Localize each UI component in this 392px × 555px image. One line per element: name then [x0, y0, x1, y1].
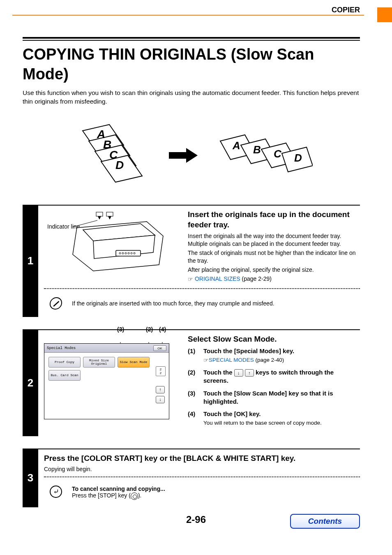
svg-text:D: D — [115, 159, 124, 171]
step-1-note-text: If the originals are inserted with too m… — [72, 300, 274, 307]
corner-tab — [377, 7, 392, 22]
feeder-illustration: Indicator line — [44, 210, 180, 284]
step-1-heading: Insert the originals face up in the docu… — [188, 210, 360, 230]
up-key-icon: ↑ — [245, 369, 254, 377]
svg-rect-20 — [96, 212, 103, 216]
step-3: 3 Press the [COLOR START] key or the [BL… — [23, 449, 360, 507]
svg-text:C: C — [274, 148, 282, 160]
pointer-icon: ☞ — [203, 356, 209, 364]
svg-text:B: B — [253, 143, 261, 156]
page-indicator: 2 2 — [156, 366, 166, 376]
step-3-number: 3 — [23, 449, 38, 507]
step-2-text: Select Slow Scan Mode. (1) Touch the [Sp… — [188, 334, 360, 431]
cancel-heading: To cancel scanning and copying... — [72, 486, 165, 492]
step-2-number: 2 — [23, 329, 38, 436]
step-3-heading: Press the [COLOR START] key or the [BLAC… — [44, 453, 360, 464]
cancel-note: ⤶ To cancel scanning and copying... Pres… — [44, 481, 360, 502]
cancel-body: Press the [STOP] key (). — [72, 492, 165, 500]
special-modes-screen: Special Modes OK Proof Copy Mixed Size O… — [44, 343, 169, 419]
stop-key-icon — [131, 493, 138, 500]
diagram-area: A B C D A B C D — [23, 118, 360, 192]
svg-text:D: D — [294, 152, 302, 164]
svg-rect-22 — [106, 212, 113, 216]
pointer-icon: ☞ — [188, 275, 193, 283]
title-rule — [23, 37, 360, 41]
divider — [44, 476, 360, 477]
substep-1: (1) Touch the [Special Modes] key. ☞SPEC… — [188, 347, 360, 364]
step-1-link-row: ☞ ORIGINAL SIZES (page 2-29) — [188, 275, 360, 283]
callout-4: (4) — [159, 326, 166, 333]
svg-text:A: A — [232, 139, 240, 152]
down-arrow-button[interactable]: ↓ — [156, 396, 165, 403]
substep-2: (2) Touch the ↓ ↑ keys to switch through… — [188, 368, 360, 385]
down-key-icon: ↓ — [234, 369, 243, 377]
step-1-p1: Insert the originals all the way into th… — [188, 232, 360, 248]
step-1-p2: The stack of originals must not be highe… — [188, 249, 360, 265]
return-icon: ⤶ — [50, 486, 62, 498]
note-icon — [49, 297, 62, 310]
slow-scan-button[interactable]: Slow Scan Mode — [118, 357, 150, 368]
step-1-p3: After placing the original, specify the … — [188, 266, 360, 274]
substep-3: (3) Touch the [Slow Scan Mode] key so th… — [188, 389, 360, 406]
page-title: COPYING THIN ORIGINALS (Slow Scan Mode) — [23, 45, 360, 84]
original-sizes-link[interactable]: ORIGINAL SIZES — [195, 275, 240, 282]
spread-after-icon: A B C D — [214, 129, 313, 182]
ok-button[interactable]: OK — [153, 345, 166, 351]
stack-before-icon: A B C D — [70, 123, 152, 188]
section-label: COPIER — [332, 6, 360, 14]
intro-text: Use this function when you wish to scan … — [23, 89, 360, 106]
step-1-text: Insert the originals face up in the docu… — [188, 210, 360, 284]
callout-2: (2) — [146, 326, 153, 333]
substep-4: (4) Touch the [OK] key. You will return … — [188, 410, 360, 427]
contents-button[interactable]: Contents — [290, 514, 360, 529]
arrow-right-icon — [169, 147, 198, 164]
proof-copy-button[interactable]: Proof Copy — [48, 357, 81, 368]
divider — [44, 288, 360, 289]
special-modes-link[interactable]: SPECIAL MODES — [209, 357, 254, 363]
main-content: COPYING THIN ORIGINALS (Slow Scan Mode) … — [23, 37, 360, 507]
step-2: 2 (3) (2) (4) Speci — [23, 329, 360, 436]
step-1-note: If the originals are inserted with too m… — [44, 293, 360, 312]
original-sizes-ref: (page 2-29) — [240, 275, 272, 282]
step-1-number: 1 — [23, 205, 38, 317]
screen-illustration: (3) (2) (4) Special Modes OK — [44, 334, 180, 431]
step-3-body: Copying will begin. — [44, 466, 360, 472]
step-2-heading: Select Slow Scan Mode. — [188, 334, 360, 345]
svg-rect-26 — [116, 250, 141, 256]
callout-3: (3) — [117, 326, 124, 333]
step-1: 1 Indicator line — [23, 205, 360, 317]
top-rule — [12, 15, 364, 16]
screen-title: Special Modes — [47, 346, 76, 350]
svg-marker-8 — [169, 148, 198, 163]
bus-card-button[interactable]: Bus. Card Scan — [48, 370, 81, 381]
up-arrow-button[interactable]: ↑ — [156, 386, 165, 393]
mixed-size-button[interactable]: Mixed Size Original — [83, 357, 115, 368]
